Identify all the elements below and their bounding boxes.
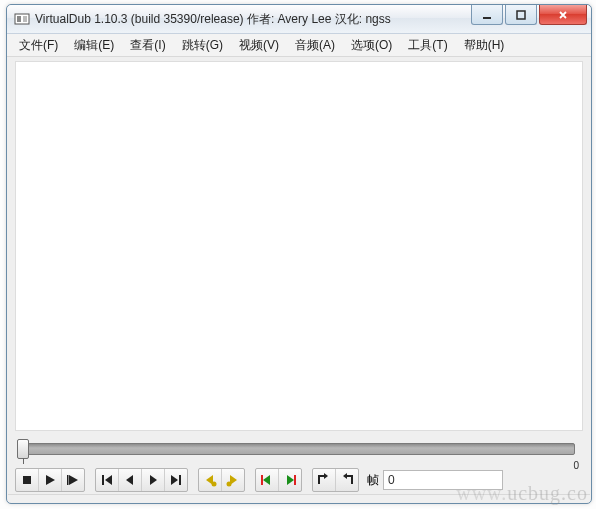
svg-rect-3	[483, 17, 491, 19]
mark-in-button[interactable]	[313, 469, 336, 491]
play-input-button[interactable]	[39, 469, 62, 491]
svg-rect-4	[517, 11, 525, 19]
frame-field[interactable]: 0	[383, 470, 503, 490]
frame-indicator: 帧 0	[367, 470, 503, 490]
svg-marker-24	[343, 473, 347, 479]
svg-rect-20	[261, 475, 263, 485]
status-bar	[8, 494, 590, 502]
menu-help[interactable]: 帮助(H)	[456, 34, 513, 56]
frame-label: 帧	[367, 472, 379, 489]
svg-marker-23	[324, 473, 328, 479]
window-title: VirtualDub 1.10.3 (build 35390/release) …	[35, 11, 391, 28]
timeline-tick	[23, 458, 24, 464]
menubar: 文件(F) 编辑(E) 查看(I) 跳转(G) 视频(V) 音频(A) 选项(O…	[7, 34, 591, 57]
menu-options[interactable]: 选项(O)	[343, 34, 400, 56]
svg-marker-11	[126, 475, 133, 485]
frame-value: 0	[388, 473, 395, 487]
svg-marker-7	[69, 475, 78, 485]
prev-scene-button[interactable]	[256, 469, 279, 491]
svg-marker-19	[263, 475, 270, 485]
svg-rect-2	[23, 16, 27, 22]
titlebar[interactable]: VirtualDub 1.10.3 (build 35390/release) …	[7, 5, 591, 34]
svg-marker-6	[46, 475, 55, 485]
menu-file[interactable]: 文件(F)	[11, 34, 66, 56]
app-window: VirtualDub 1.10.3 (build 35390/release) …	[6, 4, 592, 504]
window-buttons	[471, 5, 587, 25]
transport-toolbar: 帧 0	[15, 467, 583, 493]
svg-point-18	[227, 482, 232, 487]
svg-rect-5	[23, 476, 31, 484]
menu-audio[interactable]: 音频(A)	[287, 34, 343, 56]
minimize-button[interactable]	[471, 5, 503, 25]
timeline-scrubber[interactable]: 0	[17, 439, 581, 461]
step-forward-button[interactable]	[142, 469, 165, 491]
timeline-track[interactable]	[23, 443, 575, 455]
go-end-button[interactable]	[165, 469, 187, 491]
stop-button[interactable]	[16, 469, 39, 491]
play-output-button[interactable]	[62, 469, 84, 491]
svg-rect-22	[294, 475, 296, 485]
svg-rect-9	[102, 475, 104, 485]
menu-video[interactable]: 视频(V)	[231, 34, 287, 56]
next-keyframe-button[interactable]	[222, 469, 244, 491]
svg-point-16	[212, 482, 217, 487]
timeline-thumb[interactable]	[17, 439, 29, 459]
next-scene-button[interactable]	[279, 469, 301, 491]
svg-marker-12	[150, 475, 157, 485]
maximize-button[interactable]	[505, 5, 537, 25]
step-back-button[interactable]	[119, 469, 142, 491]
menu-tools[interactable]: 工具(T)	[400, 34, 455, 56]
app-icon	[14, 11, 30, 27]
svg-rect-1	[17, 16, 21, 22]
go-start-button[interactable]	[96, 469, 119, 491]
svg-marker-13	[171, 475, 178, 485]
svg-rect-14	[179, 475, 181, 485]
menu-go[interactable]: 跳转(G)	[174, 34, 231, 56]
desktop: VirtualDub 1.10.3 (build 35390/release) …	[0, 0, 596, 509]
video-pane	[15, 61, 583, 431]
mark-out-button[interactable]	[336, 469, 358, 491]
prev-keyframe-button[interactable]	[199, 469, 222, 491]
svg-marker-10	[105, 475, 112, 485]
menu-view[interactable]: 查看(I)	[122, 34, 173, 56]
menu-edit[interactable]: 编辑(E)	[66, 34, 122, 56]
svg-rect-8	[67, 475, 69, 485]
svg-marker-21	[287, 475, 294, 485]
close-button[interactable]	[539, 5, 587, 25]
